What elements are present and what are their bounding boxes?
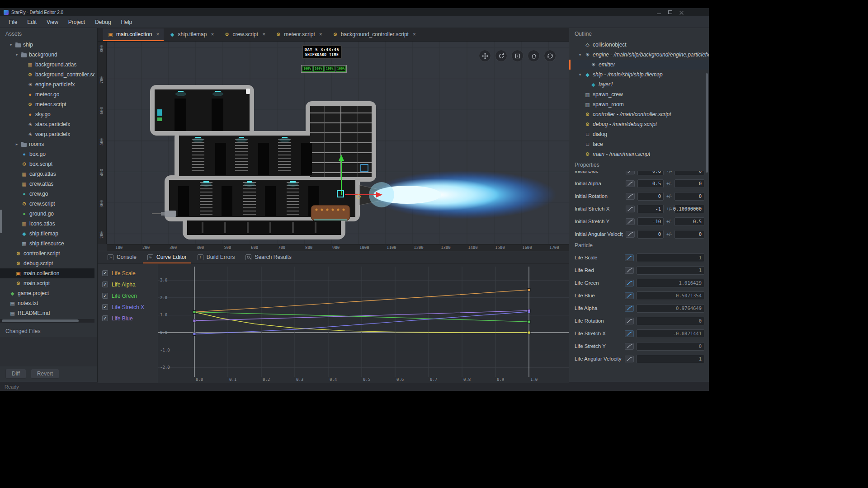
legend-item-life-alpha[interactable]: ✓Life Alpha xyxy=(98,279,158,290)
value-field[interactable]: 0 xyxy=(637,342,704,351)
outline-item-layer1[interactable]: ◆layer1 xyxy=(569,80,709,89)
asset-item-sky-go[interactable]: ●sky.go xyxy=(0,109,94,119)
spread-field[interactable]: 0.10000000 xyxy=(675,205,704,213)
checkbox-icon[interactable]: ✓ xyxy=(102,304,108,310)
asset-item-warp-particlefx[interactable]: ✳warp.particlefx xyxy=(0,129,94,139)
asset-item-cargo-atlas[interactable]: ▦cargo.atlas xyxy=(0,169,94,179)
curve-toggle-button[interactable] xyxy=(625,330,634,337)
close-tab-icon[interactable]: × xyxy=(262,31,265,38)
asset-item-controller-script[interactable]: ⚙controller.script xyxy=(0,249,94,258)
outline-scrollbar[interactable] xyxy=(706,73,708,173)
value-field[interactable]: 0 xyxy=(637,317,704,325)
curve-handle-life-green[interactable] xyxy=(528,320,530,323)
asset-item-crew-script[interactable]: ⚙crew.script xyxy=(0,199,94,209)
asset-item-main-collection[interactable]: ▣main.collection xyxy=(0,268,94,278)
value-field[interactable]: 0.8 xyxy=(637,171,664,175)
curve-toggle-button[interactable] xyxy=(626,218,635,225)
asset-item-ship[interactable]: ▾ship xyxy=(0,40,94,50)
curve-toggle-button[interactable] xyxy=(625,305,634,312)
outline-item-ship-main-ship-ship-tilemap[interactable]: ▾◆ship - /main/ship/ship.tilemap xyxy=(569,70,709,80)
curve-handle-life-scale[interactable] xyxy=(528,288,530,291)
rotate-tool-button[interactable] xyxy=(495,50,507,62)
value-field[interactable]: 0.9764649 xyxy=(637,304,704,313)
close-tab-icon[interactable]: × xyxy=(319,31,322,38)
curve-toggle-button[interactable] xyxy=(625,343,634,350)
curve-handle-life-blue[interactable] xyxy=(528,309,530,312)
value-field[interactable]: -10 xyxy=(637,217,664,226)
spread-field[interactable]: 0 xyxy=(675,171,704,175)
curve-toggle-button[interactable] xyxy=(626,180,635,187)
assets-horizontal-scrollbar[interactable] xyxy=(0,319,94,323)
asset-item-readme-md[interactable]: ▤README.md xyxy=(0,308,94,316)
asset-item-debug-script[interactable]: ⚙debug.script xyxy=(0,258,94,268)
asset-item-box-script[interactable]: ⚙box.script xyxy=(0,159,94,169)
ship-tilemap[interactable] xyxy=(150,85,381,239)
menu-file[interactable]: File xyxy=(4,17,22,27)
checkbox-icon[interactable]: ✓ xyxy=(102,270,108,276)
tab-main-collection[interactable]: ▣main.collection× xyxy=(103,28,164,41)
delete-tool-button[interactable] xyxy=(528,50,540,62)
revert-button[interactable]: Revert xyxy=(31,369,59,379)
spread-field[interactable]: 0 xyxy=(675,230,704,239)
crew-sprite[interactable] xyxy=(246,89,250,94)
asset-item-notes-txt[interactable]: ▤notes.txt xyxy=(0,298,94,308)
value-field[interactable]: 1 xyxy=(637,266,704,275)
checkbox-icon[interactable]: ✓ xyxy=(102,315,108,321)
diff-button[interactable]: Diff xyxy=(5,369,26,379)
curve-toggle-button[interactable] xyxy=(625,254,634,261)
outline-item-main-main-main-script[interactable]: ⚙main - /main/main.script xyxy=(569,149,709,159)
curve-toggle-button[interactable] xyxy=(626,206,635,212)
legend-item-life-scale[interactable]: ✓Life Scale xyxy=(98,267,158,279)
legend-item-life-stretch-x[interactable]: ✓Life Stretch X xyxy=(98,301,158,313)
bottom-tab-search-results[interactable]: Search Results xyxy=(241,252,296,263)
close-tab-icon[interactable]: × xyxy=(156,31,159,38)
curve-handle-life-stretch-x[interactable] xyxy=(193,333,196,335)
asset-item-background[interactable]: ▾background xyxy=(0,50,94,60)
drone-sprite[interactable] xyxy=(152,211,176,217)
tab-crew-script[interactable]: ⚙crew.script× xyxy=(219,28,270,41)
legend-item-life-blue[interactable]: ✓Life Blue xyxy=(98,313,158,324)
asset-item-game-project[interactable]: ◆game.project xyxy=(0,288,94,298)
asset-item-ship-tilesource[interactable]: ▦ship.tilesource xyxy=(0,239,94,249)
curve-toggle-button[interactable] xyxy=(625,356,634,362)
outline-item-face[interactable]: □face xyxy=(569,139,709,149)
asset-item-meteor-script[interactable]: ⚙meteor.script xyxy=(0,99,94,109)
caret-down-icon[interactable]: ▾ xyxy=(578,52,582,57)
spread-field[interactable]: 0 xyxy=(675,192,704,201)
close-tab-icon[interactable]: × xyxy=(211,31,214,38)
curve-toggle-button[interactable] xyxy=(625,267,634,274)
curve-handle-life-green[interactable] xyxy=(193,310,196,313)
asset-item-meteor-go[interactable]: ●meteor.go xyxy=(0,89,94,99)
menu-debug[interactable]: Debug xyxy=(90,17,116,27)
scene-canvas[interactable]: DAY 5 3:43:45 SHIPBOARD TIME 100%100%100… xyxy=(107,42,569,244)
asset-item-crew-atlas[interactable]: ▦crew.atlas xyxy=(0,179,94,189)
outline-item-controller-main-controller-script[interactable]: ⚙controller - /main/controller.script xyxy=(569,109,709,119)
menu-view[interactable]: View xyxy=(42,17,63,27)
asset-item-crew-go[interactable]: ●crew.go xyxy=(0,189,94,199)
value-field[interactable]: 1 xyxy=(637,253,704,262)
asset-item-icons-atlas[interactable]: ▦icons.atlas xyxy=(0,219,94,229)
curve-handle-life-alpha[interactable] xyxy=(528,331,530,334)
move-tool-button[interactable] xyxy=(479,50,491,62)
value-field[interactable]: -0.0821441 xyxy=(637,329,704,338)
spread-field[interactable]: 0.5 xyxy=(675,217,704,226)
outline-item-engine-main-ship-background-engine-particlefx[interactable]: ▾✳engine - /main/ship/background/engine.… xyxy=(569,50,709,60)
crew-module[interactable] xyxy=(311,205,350,221)
asset-item-ship-tilemap[interactable]: ◆ship.tilemap xyxy=(0,229,94,239)
asset-item-box-go[interactable]: ●box.go xyxy=(0,149,94,159)
curve-handle-life-blue[interactable] xyxy=(193,319,196,322)
refresh-tool-button[interactable] xyxy=(544,50,556,62)
caret-right-icon[interactable]: ▸ xyxy=(14,142,19,146)
close-tab-icon[interactable]: × xyxy=(413,31,416,38)
asset-item-stars-particlefx[interactable]: ✳stars.particlefx xyxy=(0,119,94,129)
value-field[interactable]: 0.5 xyxy=(637,179,664,188)
outline-item-debug-main-debug-script[interactable]: ⚙debug - /main/debug.script xyxy=(569,119,709,129)
asset-item-engine-particlefx[interactable]: ✳engine.particlefx xyxy=(0,80,94,89)
curve-toggle-button[interactable] xyxy=(625,318,634,324)
curve-toggle-button[interactable] xyxy=(626,171,635,174)
value-field[interactable]: 0.5071354 xyxy=(637,291,704,300)
checkbox-icon[interactable]: ✓ xyxy=(102,282,108,287)
asset-item-ground-go[interactable]: ●ground.go xyxy=(0,209,94,219)
value-field[interactable]: -1 xyxy=(637,205,664,213)
spread-field[interactable]: 0 xyxy=(675,179,704,188)
